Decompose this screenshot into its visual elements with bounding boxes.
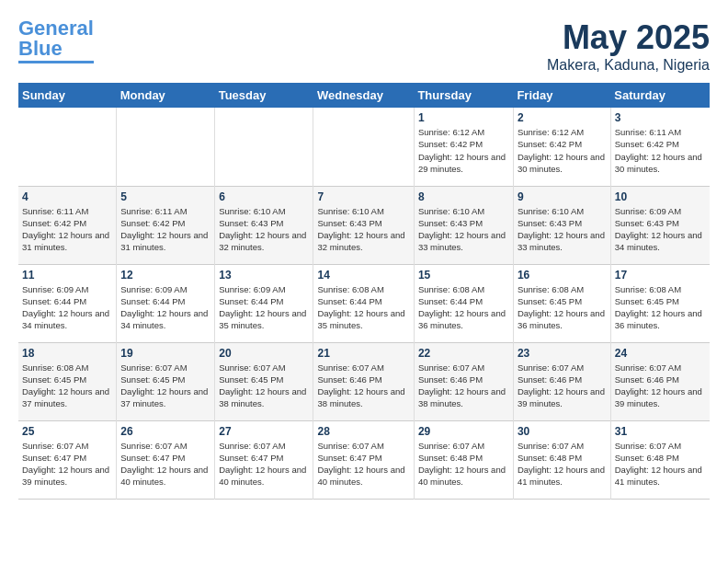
cell-info: Sunrise: 6:07 AM Sunset: 6:46 PM Dayligh… bbox=[317, 362, 409, 410]
calendar-cell bbox=[18, 108, 117, 186]
day-number: 15 bbox=[418, 269, 509, 282]
calendar-week-row: 25Sunrise: 6:07 AM Sunset: 6:47 PM Dayli… bbox=[18, 420, 710, 499]
day-number: 7 bbox=[317, 190, 409, 203]
day-number: 14 bbox=[317, 269, 409, 282]
weekday-header: Saturday bbox=[610, 83, 710, 108]
weekday-header: Thursday bbox=[414, 83, 513, 108]
cell-info: Sunrise: 6:12 AM Sunset: 6:42 PM Dayligh… bbox=[418, 126, 509, 175]
calendar-cell bbox=[313, 108, 414, 186]
calendar-cell: 22Sunrise: 6:07 AM Sunset: 6:46 PM Dayli… bbox=[414, 342, 513, 420]
day-number: 30 bbox=[518, 425, 607, 438]
day-number: 18 bbox=[22, 347, 112, 360]
day-number: 13 bbox=[219, 269, 309, 282]
page-header: General Blue May 2025 Makera, Kaduna, Ni… bbox=[18, 18, 710, 74]
calendar-cell: 17Sunrise: 6:08 AM Sunset: 6:45 PM Dayli… bbox=[610, 264, 710, 342]
cell-info: Sunrise: 6:10 AM Sunset: 6:43 PM Dayligh… bbox=[418, 205, 509, 254]
calendar-cell bbox=[117, 108, 215, 186]
day-number: 19 bbox=[120, 347, 210, 360]
logo: General Blue bbox=[18, 18, 94, 63]
day-number: 28 bbox=[317, 425, 409, 438]
calendar-cell: 11Sunrise: 6:09 AM Sunset: 6:44 PM Dayli… bbox=[18, 264, 117, 342]
calendar-cell: 20Sunrise: 6:07 AM Sunset: 6:45 PM Dayli… bbox=[215, 342, 313, 420]
cell-info: Sunrise: 6:07 AM Sunset: 6:48 PM Dayligh… bbox=[418, 440, 509, 488]
location: Makera, Kaduna, Nigeria bbox=[547, 57, 710, 74]
calendar-cell: 6Sunrise: 6:10 AM Sunset: 6:43 PM Daylig… bbox=[215, 186, 313, 264]
cell-info: Sunrise: 6:09 AM Sunset: 6:44 PM Dayligh… bbox=[219, 283, 309, 332]
day-number: 16 bbox=[518, 269, 607, 282]
day-number: 25 bbox=[22, 425, 112, 438]
calendar-cell: 26Sunrise: 6:07 AM Sunset: 6:47 PM Dayli… bbox=[117, 420, 215, 499]
cell-info: Sunrise: 6:07 AM Sunset: 6:46 PM Dayligh… bbox=[615, 362, 706, 410]
cell-info: Sunrise: 6:11 AM Sunset: 6:42 PM Dayligh… bbox=[615, 126, 706, 175]
day-number: 2 bbox=[518, 111, 607, 124]
calendar-week-row: 11Sunrise: 6:09 AM Sunset: 6:44 PM Dayli… bbox=[18, 264, 710, 342]
calendar-cell: 18Sunrise: 6:08 AM Sunset: 6:45 PM Dayli… bbox=[18, 342, 117, 420]
cell-info: Sunrise: 6:07 AM Sunset: 6:48 PM Dayligh… bbox=[615, 440, 706, 488]
cell-info: Sunrise: 6:11 AM Sunset: 6:42 PM Dayligh… bbox=[22, 205, 112, 254]
day-number: 17 bbox=[615, 269, 706, 282]
cell-info: Sunrise: 6:07 AM Sunset: 6:46 PM Dayligh… bbox=[418, 362, 509, 410]
day-number: 31 bbox=[615, 425, 706, 438]
calendar-cell: 7Sunrise: 6:10 AM Sunset: 6:43 PM Daylig… bbox=[313, 186, 414, 264]
cell-info: Sunrise: 6:07 AM Sunset: 6:48 PM Dayligh… bbox=[518, 440, 607, 488]
calendar-cell: 19Sunrise: 6:07 AM Sunset: 6:45 PM Dayli… bbox=[117, 342, 215, 420]
day-number: 9 bbox=[518, 190, 607, 203]
calendar-cell: 10Sunrise: 6:09 AM Sunset: 6:43 PM Dayli… bbox=[610, 186, 710, 264]
calendar-cell: 23Sunrise: 6:07 AM Sunset: 6:46 PM Dayli… bbox=[513, 342, 610, 420]
calendar-cell: 15Sunrise: 6:08 AM Sunset: 6:44 PM Dayli… bbox=[414, 264, 513, 342]
day-number: 20 bbox=[219, 347, 309, 360]
cell-info: Sunrise: 6:07 AM Sunset: 6:47 PM Dayligh… bbox=[120, 440, 210, 488]
cell-info: Sunrise: 6:11 AM Sunset: 6:42 PM Dayligh… bbox=[120, 205, 210, 254]
calendar-cell: 27Sunrise: 6:07 AM Sunset: 6:47 PM Dayli… bbox=[215, 420, 313, 499]
calendar-cell: 24Sunrise: 6:07 AM Sunset: 6:46 PM Dayli… bbox=[610, 342, 710, 420]
calendar-week-row: 4Sunrise: 6:11 AM Sunset: 6:42 PM Daylig… bbox=[18, 186, 710, 264]
cell-info: Sunrise: 6:10 AM Sunset: 6:43 PM Dayligh… bbox=[219, 205, 309, 254]
cell-info: Sunrise: 6:10 AM Sunset: 6:43 PM Dayligh… bbox=[317, 205, 409, 254]
calendar-cell: 12Sunrise: 6:09 AM Sunset: 6:44 PM Dayli… bbox=[117, 264, 215, 342]
logo-blue: Blue bbox=[18, 37, 63, 60]
calendar-cell: 8Sunrise: 6:10 AM Sunset: 6:43 PM Daylig… bbox=[414, 186, 513, 264]
day-number: 29 bbox=[418, 425, 509, 438]
day-number: 4 bbox=[22, 190, 112, 203]
cell-info: Sunrise: 6:07 AM Sunset: 6:46 PM Dayligh… bbox=[518, 362, 607, 410]
day-number: 5 bbox=[120, 190, 210, 203]
calendar-cell: 4Sunrise: 6:11 AM Sunset: 6:42 PM Daylig… bbox=[18, 186, 117, 264]
calendar-cell: 9Sunrise: 6:10 AM Sunset: 6:43 PM Daylig… bbox=[513, 186, 610, 264]
weekday-header: Wednesday bbox=[313, 83, 414, 108]
calendar-cell: 14Sunrise: 6:08 AM Sunset: 6:44 PM Dayli… bbox=[313, 264, 414, 342]
weekday-header-row: SundayMondayTuesdayWednesdayThursdayFrid… bbox=[18, 83, 710, 108]
day-number: 8 bbox=[418, 190, 509, 203]
month-title: May 2025 bbox=[547, 18, 710, 57]
cell-info: Sunrise: 6:09 AM Sunset: 6:44 PM Dayligh… bbox=[120, 283, 210, 332]
weekday-header: Friday bbox=[513, 83, 610, 108]
calendar-cell: 16Sunrise: 6:08 AM Sunset: 6:45 PM Dayli… bbox=[513, 264, 610, 342]
cell-info: Sunrise: 6:08 AM Sunset: 6:45 PM Dayligh… bbox=[615, 283, 706, 332]
calendar-week-row: 18Sunrise: 6:08 AM Sunset: 6:45 PM Dayli… bbox=[18, 342, 710, 420]
calendar-cell: 25Sunrise: 6:07 AM Sunset: 6:47 PM Dayli… bbox=[18, 420, 117, 499]
calendar-week-row: 1Sunrise: 6:12 AM Sunset: 6:42 PM Daylig… bbox=[18, 108, 710, 186]
weekday-header: Tuesday bbox=[215, 83, 313, 108]
cell-info: Sunrise: 6:08 AM Sunset: 6:44 PM Dayligh… bbox=[418, 283, 509, 332]
cell-info: Sunrise: 6:07 AM Sunset: 6:45 PM Dayligh… bbox=[219, 362, 309, 410]
calendar-cell: 1Sunrise: 6:12 AM Sunset: 6:42 PM Daylig… bbox=[414, 108, 513, 186]
calendar-cell: 13Sunrise: 6:09 AM Sunset: 6:44 PM Dayli… bbox=[215, 264, 313, 342]
cell-info: Sunrise: 6:12 AM Sunset: 6:42 PM Dayligh… bbox=[518, 126, 607, 175]
day-number: 24 bbox=[615, 347, 706, 360]
calendar-cell: 28Sunrise: 6:07 AM Sunset: 6:47 PM Dayli… bbox=[313, 420, 414, 499]
cell-info: Sunrise: 6:09 AM Sunset: 6:43 PM Dayligh… bbox=[615, 205, 706, 254]
day-number: 26 bbox=[120, 425, 210, 438]
calendar-cell: 5Sunrise: 6:11 AM Sunset: 6:42 PM Daylig… bbox=[117, 186, 215, 264]
cell-info: Sunrise: 6:08 AM Sunset: 6:45 PM Dayligh… bbox=[22, 362, 112, 410]
calendar-cell: 2Sunrise: 6:12 AM Sunset: 6:42 PM Daylig… bbox=[513, 108, 610, 186]
day-number: 21 bbox=[317, 347, 409, 360]
calendar-cell: 31Sunrise: 6:07 AM Sunset: 6:48 PM Dayli… bbox=[610, 420, 710, 499]
day-number: 12 bbox=[120, 269, 210, 282]
cell-info: Sunrise: 6:07 AM Sunset: 6:47 PM Dayligh… bbox=[22, 440, 112, 488]
day-number: 11 bbox=[22, 269, 112, 282]
logo-underline bbox=[18, 61, 94, 63]
title-block: May 2025 Makera, Kaduna, Nigeria bbox=[547, 18, 710, 74]
day-number: 27 bbox=[219, 425, 309, 438]
cell-info: Sunrise: 6:10 AM Sunset: 6:43 PM Dayligh… bbox=[518, 205, 607, 254]
calendar-cell bbox=[215, 108, 313, 186]
cell-info: Sunrise: 6:07 AM Sunset: 6:45 PM Dayligh… bbox=[120, 362, 210, 410]
